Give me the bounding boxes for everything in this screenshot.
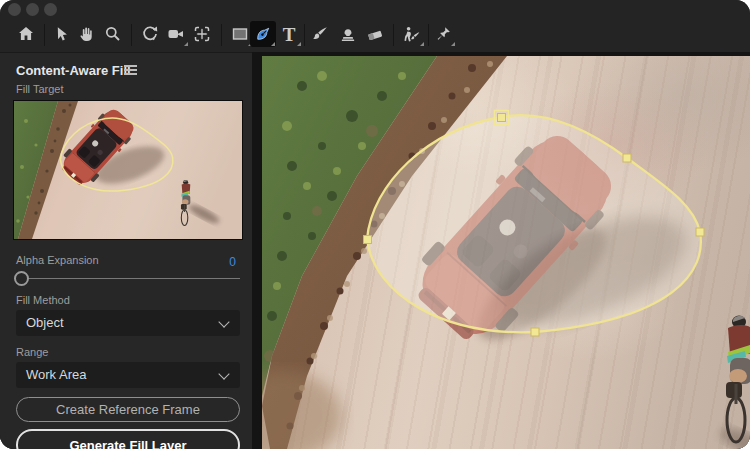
- clone-stamp-tool-button[interactable]: [335, 21, 361, 47]
- content-area: Content-Aware Fill Fill Target: [0, 52, 750, 449]
- selection-tool-button[interactable]: [48, 21, 74, 47]
- camera-tool-button[interactable]: [163, 21, 189, 47]
- toolbar-divider: [304, 24, 305, 46]
- type-tool-icon: T: [283, 25, 296, 44]
- eraser-icon: [365, 24, 385, 44]
- fill-method-value: Object: [26, 315, 64, 330]
- type-tool-button[interactable]: T: [276, 21, 302, 47]
- pen-icon: [253, 24, 273, 44]
- home-icon: [16, 24, 36, 44]
- composition-viewer[interactable]: [262, 56, 750, 449]
- generate-fill-layer-button[interactable]: Generate Fill Layer: [16, 429, 240, 449]
- minimize-button[interactable]: [26, 3, 39, 16]
- fill-target-label: Fill Target: [16, 83, 63, 95]
- mask-vertex-left[interactable]: [364, 236, 372, 244]
- dirt-patch: [262, 371, 342, 449]
- cyclist: [726, 316, 750, 443]
- range-label: Range: [16, 346, 48, 358]
- mask-vertex-upper-right[interactable]: [623, 154, 631, 162]
- composition-canvas: [262, 56, 750, 449]
- toolbar-divider: [428, 24, 429, 46]
- create-reference-frame-button[interactable]: Create Reference Frame: [16, 397, 240, 422]
- toolbar-divider: [393, 24, 394, 46]
- alpha-expansion-value[interactable]: 0: [229, 255, 236, 269]
- alpha-expansion-label: Alpha Expansion: [16, 254, 99, 266]
- toolbar: T: [0, 0, 750, 52]
- range-value: Work Area: [26, 367, 86, 382]
- puppet-pin-tool-button[interactable]: [430, 21, 456, 47]
- flyout-indicator: [297, 42, 301, 46]
- brush-icon: [310, 24, 330, 44]
- zoom-button[interactable]: [44, 3, 57, 16]
- camera-icon: [166, 24, 186, 44]
- chevron-down-icon: [218, 316, 229, 327]
- close-button[interactable]: [8, 3, 21, 16]
- anchor-point-icon: [192, 24, 212, 44]
- mask-vertex-top[interactable]: [498, 114, 506, 122]
- toolbar-divider: [44, 24, 45, 46]
- magnifier-icon: [103, 24, 123, 44]
- pan-behind-tool-button[interactable]: [189, 21, 215, 47]
- zoom-tool-button[interactable]: [100, 21, 126, 47]
- alpha-expansion-slider-knob[interactable]: [14, 271, 29, 286]
- clone-stamp-icon: [338, 24, 358, 44]
- hand-tool-button[interactable]: [74, 21, 100, 47]
- roto-brush-icon: [402, 24, 422, 44]
- eraser-tool-button[interactable]: [362, 21, 388, 47]
- hand-icon: [77, 24, 97, 44]
- chevron-down-icon: [218, 368, 229, 379]
- flyout-indicator: [271, 42, 275, 46]
- fill-target-preview: [13, 100, 243, 240]
- hamburger-menu-icon[interactable]: [124, 65, 137, 77]
- brush-tool-button[interactable]: [307, 21, 333, 47]
- mask-vertex-bottom[interactable]: [531, 328, 539, 336]
- roto-brush-tool-button[interactable]: [399, 21, 425, 47]
- selection-arrow-icon: [51, 24, 71, 44]
- rectangle-shape-icon: [230, 24, 250, 44]
- fill-method-dropdown[interactable]: Object: [16, 310, 240, 336]
- flyout-indicator: [420, 42, 424, 46]
- alpha-expansion-slider-track[interactable]: [16, 278, 240, 279]
- flyout-indicator: [184, 42, 188, 46]
- puppet-pin-icon: [433, 24, 453, 44]
- range-dropdown[interactable]: Work Area: [16, 362, 240, 388]
- home-tool-button[interactable]: [13, 21, 39, 47]
- rotation-tool-button[interactable]: [137, 21, 163, 47]
- app-window: T Content-Aware Fill Fill Targ: [0, 0, 750, 449]
- rotation-icon: [140, 24, 160, 44]
- fill-method-label: Fill Method: [16, 294, 70, 306]
- mask-vertex-right[interactable]: [696, 228, 704, 236]
- pen-tool-button[interactable]: [250, 21, 276, 47]
- toolbar-divider: [131, 24, 132, 46]
- content-aware-fill-panel: Content-Aware Fill Fill Target: [0, 52, 252, 449]
- flyout-indicator: [451, 42, 455, 46]
- toolbar-divider: [221, 24, 222, 46]
- fill-target-thumbnail: [14, 101, 242, 239]
- panel-title: Content-Aware Fill: [16, 63, 131, 78]
